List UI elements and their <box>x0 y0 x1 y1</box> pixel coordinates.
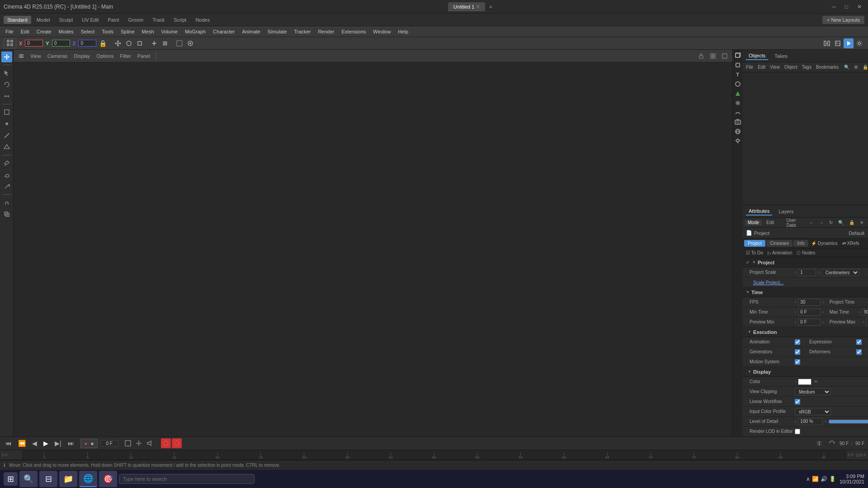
tl-record-stop-btn[interactable]: ■ <box>89 440 95 447</box>
attr-refresh-btn[interactable]: ↻ <box>827 220 835 225</box>
prop-icp-select[interactable]: sRGB Linear <box>795 408 831 415</box>
proj-tab-animation[interactable]: ▷ Animation <box>766 249 794 256</box>
vp-maximize-btn[interactable] <box>720 51 730 61</box>
snap-btn[interactable] <box>149 38 159 48</box>
si-gear-btn[interactable] <box>734 99 742 107</box>
coord-z-input[interactable] <box>78 40 96 47</box>
settings-btn[interactable] <box>854 38 864 48</box>
workspace-sculpt[interactable]: Sculpt <box>56 16 77 24</box>
main-tab[interactable]: Untitled 1 ✕ <box>448 2 485 11</box>
coord-x-input[interactable] <box>25 40 43 47</box>
si-globe-btn[interactable] <box>734 127 742 136</box>
attr-back-btn[interactable]: ← <box>807 220 816 225</box>
taskbar-search-btn[interactable]: 🔍 <box>19 471 38 487</box>
taskbar-explorer-btn[interactable]: 📁 <box>59 471 77 487</box>
prop-scale-arrow-right[interactable]: › <box>818 270 819 275</box>
prop-mintime-input[interactable] <box>798 309 821 316</box>
si-camera-btn[interactable] <box>734 118 742 126</box>
tl-play-btn[interactable]: ▶ <box>42 439 50 448</box>
prop-linearwf-cb[interactable] <box>795 399 800 404</box>
vp-nav-display[interactable]: Display <box>71 52 92 60</box>
menu-spline[interactable]: Spline <box>117 28 138 35</box>
menu-animate[interactable]: Animate <box>238 28 264 35</box>
prop-scale-project-btn[interactable]: Scale Project... <box>742 277 868 287</box>
tool-scale[interactable] <box>1 91 12 102</box>
prop-mintime-right[interactable]: › <box>822 310 824 314</box>
picture-viewer-btn[interactable] <box>833 38 843 48</box>
menu-mesh[interactable]: Mesh <box>138 28 158 35</box>
menu-file[interactable]: File <box>2 28 17 35</box>
tl-snap-btn[interactable] <box>814 438 824 448</box>
menu-select[interactable]: Select <box>77 28 99 35</box>
prop-prevmin-left[interactable]: ‹ <box>795 319 796 324</box>
si-box-btn[interactable] <box>734 61 742 69</box>
toolbar-mode-select[interactable] <box>4 38 16 48</box>
tab-add-button[interactable]: + <box>487 3 494 10</box>
sys-icon-sound[interactable]: 🔊 <box>821 476 827 482</box>
menu-create[interactable]: Create <box>33 28 55 35</box>
taskbar-edge-btn[interactable]: 🌐 <box>79 471 97 487</box>
proj-tab-info[interactable]: Info <box>793 240 808 247</box>
vp-nav-filter[interactable]: Filter <box>118 52 133 60</box>
tl-record-btn[interactable]: ● <box>83 440 89 447</box>
workspace-track[interactable]: Track <box>149 16 168 24</box>
proj-tab-nodes[interactable]: ⬡ Nodes <box>795 249 817 256</box>
menu-character[interactable]: Character <box>209 28 238 35</box>
tool-move[interactable] <box>1 52 12 62</box>
tl-skip-end-btn[interactable]: ⏭ <box>66 439 76 448</box>
menu-simulate[interactable]: Simulate <box>264 28 291 35</box>
minimize-button[interactable]: ─ <box>829 3 839 11</box>
prop-viewclip-select[interactable]: Medium Small Large <box>795 388 831 395</box>
prop-prevmin-input[interactable] <box>798 319 821 326</box>
vp-nav-options[interactable]: Options <box>94 52 116 60</box>
render-btn[interactable] <box>844 38 854 48</box>
tab-close[interactable]: ✕ <box>476 4 480 9</box>
render-settings-btn[interactable] <box>822 38 832 48</box>
menu-window[interactable]: Window <box>369 28 394 35</box>
prop-mintime-left[interactable]: ‹ <box>795 310 796 314</box>
tl-mode-btn2[interactable] <box>134 438 144 448</box>
section-project-header[interactable]: ✓ ▼ Project <box>742 258 868 267</box>
taskbar-cinema4d-btn[interactable]: 🎯 <box>99 471 117 487</box>
menu-render[interactable]: Render <box>314 28 338 35</box>
workspace-script[interactable]: Script <box>170 16 190 24</box>
vp-nav-cameras[interactable]: Cameras <box>45 52 70 60</box>
prop-prevmax-left[interactable]: ‹ <box>863 319 864 324</box>
tool-rotate[interactable] <box>1 79 12 90</box>
obj-menu-view[interactable]: View <box>768 64 782 70</box>
prop-prevmin-right[interactable]: › <box>822 319 824 324</box>
prop-color-swatch[interactable] <box>798 379 811 385</box>
workspace-paint[interactable]: Paint <box>104 16 123 24</box>
prop-color-edit-icon[interactable]: ✏ <box>814 379 818 384</box>
menu-tools[interactable]: Tools <box>98 28 117 35</box>
prop-generators-cb[interactable] <box>795 349 800 355</box>
prop-maxtime-input[interactable] <box>862 309 868 316</box>
coord-y-input[interactable] <box>52 40 70 47</box>
workspace-nodes[interactable]: Nodes <box>192 16 213 24</box>
tool-polygon[interactable] <box>1 142 12 153</box>
tool-object[interactable] <box>1 107 12 117</box>
tl-prev-btn[interactable]: ⏪ <box>16 439 28 448</box>
attr-userdata-btn[interactable]: User Data <box>778 217 804 228</box>
vp-nav-view[interactable]: View <box>28 52 43 60</box>
rotate-tool-btn[interactable] <box>124 38 134 48</box>
prop-prevmax-input[interactable] <box>866 319 868 326</box>
attr-mode-btn[interactable]: Mode <box>745 220 762 225</box>
tab-objects[interactable]: Objects <box>746 52 768 60</box>
scale-project-button[interactable]: Scale Project... <box>753 280 783 285</box>
section-time-header[interactable]: ▼ Time <box>742 287 868 297</box>
si-cube-btn[interactable] <box>734 52 742 60</box>
prop-scale-unit[interactable]: Centimeters Meters Inches <box>821 269 859 276</box>
vp-lock-btn[interactable] <box>696 51 706 61</box>
prop-scale-arrow-left[interactable]: ‹ <box>795 270 796 275</box>
prop-maxtime-left[interactable]: ‹ <box>859 310 860 314</box>
attr-lock-btn[interactable]: 🔒 <box>847 220 856 225</box>
tool-edge[interactable] <box>1 130 12 141</box>
menu-tracker[interactable]: Tracker <box>291 28 315 35</box>
menu-mograph[interactable]: MoGraph <box>181 28 209 35</box>
taskbar-search-input[interactable] <box>119 474 255 484</box>
workspace-model[interactable]: Model <box>33 16 54 24</box>
section-execution-header[interactable]: ▼ Execution <box>742 327 868 337</box>
workspace-standard[interactable]: Standard <box>4 16 31 24</box>
obj-menu-tags[interactable]: Tags <box>800 64 813 70</box>
